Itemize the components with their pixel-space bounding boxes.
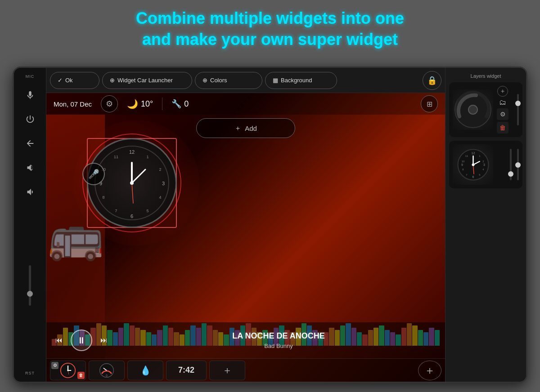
layer-preview-1 [453,89,493,130]
layer-1-settings-btn[interactable]: ⚙ [497,108,508,120]
device-frame: MIC [13,67,527,383]
right-panel: Layers widget ＋ 🗂 ⚙ 🗑 [445,68,526,382]
svg-text:6: 6 [472,175,474,178]
music-controls: ⏮ ⏸ ⏭ [52,330,111,351]
mic-icon-btn[interactable] [22,87,38,103]
add-widget-btn-main[interactable]: ＋ [418,361,441,380]
volume-slider-container [29,208,31,363]
background-button[interactable]: ▦ Background [265,72,337,89]
widget-thumb-time[interactable]: 7:42 [166,361,207,380]
add-widget-icon: ＋ [222,364,232,377]
plus-icon: ⊕ [110,77,115,84]
widget-button[interactable]: ⊕ Widget Car Launcher [102,72,192,89]
colors-button[interactable]: ⊕ Colors [195,72,262,89]
tools-display: 🔧 0 [171,99,189,109]
add-label: Add [245,125,257,132]
weather-display: 🌙 10° [127,98,153,109]
widget-thumb-gauge1[interactable]: 0 [89,361,125,380]
svg-point-16 [130,181,134,185]
analog-clock-svg: 12 3 6 9 11 1 2 4 5 7 8 10 [94,145,170,221]
layer-2-slider-2 [508,144,513,185]
power-icon-btn[interactable] [22,111,38,127]
svg-point-43 [472,163,474,166]
play-pause-btn[interactable]: ⏸ [71,330,92,351]
layer-card-1: ＋ 🗂 ⚙ 🗑 [449,82,522,137]
date-display: Mon, 07 Dec [54,100,92,108]
plus-icon-colors: ⊕ [202,77,207,84]
rst-label: RST [25,371,35,375]
back-icon-btn[interactable] [22,135,38,151]
svg-text:10: 10 [461,160,464,163]
svg-text:11: 11 [114,155,118,159]
bottom-strip: ⚙ 🗑 0 💧 7:42 [46,358,445,382]
layer-1-delete-btn[interactable]: 🗑 [497,122,508,134]
canvas-top-bar: Mon, 07 Dec ⚙ 🌙 10° 🔧 0 ⊞ [46,93,445,115]
mic-label: MIC [26,74,35,79]
toolbar: ✓ Ok ⊕ Widget Car Launcher ⊕ Colors ▦ Ba… [46,68,445,93]
svg-text:3: 3 [162,181,165,186]
widget-thumb-add[interactable]: ＋ [209,361,245,380]
add-plus-icon: ＋ [234,124,241,133]
time-display: 7:42 [178,365,194,375]
left-sidebar: MIC [14,68,46,382]
temperature-value: 10° [141,99,153,109]
svg-text:2: 2 [159,167,161,172]
layer-card-2: 12 3 6 9 11 1 2 4 5 7 8 10 [449,141,522,188]
volume-slider-track [29,265,31,306]
layer-2-slider [515,144,521,185]
gear-btn-canvas[interactable]: ⚙ [101,95,118,112]
checkmark-icon: ✓ [58,77,63,84]
weather-icon: 🌙 [127,98,138,109]
separator [162,98,162,110]
svg-text:11: 11 [465,155,468,157]
music-info: LA NOCHE DE ANOCHE Bad Bunny [117,331,440,349]
droplet-icon: 💧 [140,365,151,376]
svg-text:12: 12 [471,151,475,155]
svg-line-15 [132,183,133,203]
mic-btn-canvas[interactable]: 🎤 [82,163,105,185]
layer-1-slider [515,86,521,134]
svg-point-26 [468,105,477,114]
svg-text:4: 4 [159,195,161,200]
tools-icon: 🔧 [171,99,181,109]
svg-text:1: 1 [146,155,148,159]
svg-text:3: 3 [483,163,485,166]
layer-1-add-btn[interactable]: ＋ [497,86,508,97]
svg-text:7: 7 [115,209,117,213]
layer-preview-2: 12 3 6 9 11 1 2 4 5 7 8 10 [453,144,493,185]
svg-point-21 [67,370,69,371]
svg-line-14 [132,169,145,183]
thumb-settings-icon[interactable]: ⚙ [51,362,58,369]
song-title: LA NOCHE DE ANOCHE [232,331,325,341]
layer-1-stack-icon: 🗂 [499,98,506,107]
svg-text:9: 9 [461,163,463,166]
ok-button[interactable]: ✓ Ok [50,72,99,89]
artist-name: Bad Bunny [264,343,293,349]
lock-button[interactable]: 🔒 [423,71,441,90]
grid-btn-canvas[interactable]: ⊞ [421,95,438,112]
layer-card-1-controls: ＋ 🗂 ⚙ 🗑 [497,86,508,134]
lock-icon: 🔒 [427,76,437,85]
thumb-delete-icon[interactable]: 🗑 [77,372,85,379]
volume-up-icon-btn[interactable] [22,160,38,176]
widget-canvas: 🚌 Mon, 07 Dec ⚙ 🌙 10° 🔧 0 ⊞ [46,93,445,382]
volume-down-icon-btn[interactable] [22,184,38,200]
svg-text:0: 0 [106,374,108,377]
svg-text:6: 6 [130,214,133,219]
svg-text:12: 12 [129,149,135,155]
tools-value: 0 [184,99,189,109]
svg-text:8: 8 [102,195,104,200]
layers-label: Layers widget [449,71,522,82]
widget-thumb-clock-small[interactable]: ⚙ 🗑 [50,361,86,380]
widget-thumb-droplet[interactable]: 💧 [127,361,163,380]
header-title: Combine multiple widgets into one and ma… [0,0,540,56]
main-content: ✓ Ok ⊕ Widget Car Launcher ⊕ Colors ▦ Ba… [46,68,445,382]
bg-icon: ▦ [273,77,278,84]
next-btn[interactable]: ⏭ [97,333,111,347]
add-button[interactable]: ＋ Add [196,118,295,138]
prev-btn[interactable]: ⏮ [52,333,66,347]
music-player: ⏮ ⏸ ⏭ LA NOCHE DE ANOCHE Bad Bunny [46,322,445,358]
svg-text:5: 5 [146,209,148,213]
